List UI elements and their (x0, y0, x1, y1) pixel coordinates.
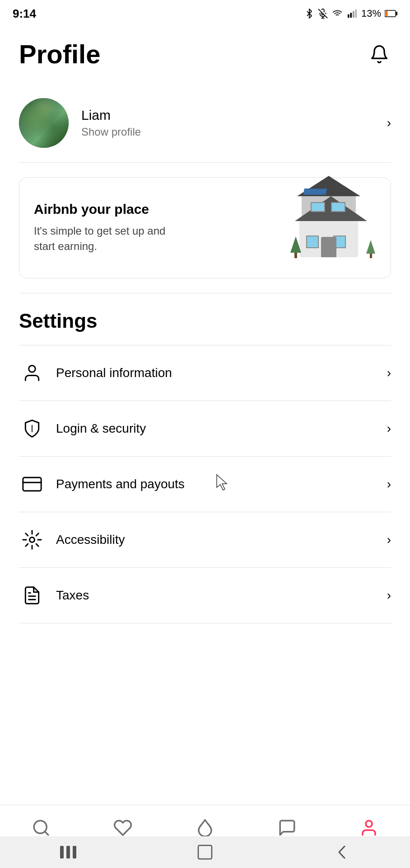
battery-icon (385, 9, 397, 18)
status-icons: 13% (304, 8, 397, 19)
svg-rect-14 (23, 477, 41, 491)
person-icon (19, 360, 45, 386)
banner-title: Airbnb your place (34, 202, 281, 217)
page-title: Profile (19, 39, 101, 69)
window-3 (311, 202, 325, 212)
settings-title: Settings (19, 310, 391, 332)
notification-button[interactable] (368, 42, 391, 66)
svg-rect-23 (66, 846, 70, 859)
android-menu-button[interactable] (57, 841, 79, 863)
settings-item-login[interactable]: Login & security › (19, 401, 391, 457)
svg-rect-22 (60, 846, 64, 859)
svg-rect-9 (396, 12, 397, 15)
payments-label: Payments and payouts (56, 477, 387, 491)
svg-rect-10 (386, 11, 388, 16)
profile-info: Liam Show profile (81, 108, 387, 138)
chat-icon (277, 817, 298, 838)
house-door (321, 237, 336, 257)
settings-section: Settings Personal information › (19, 310, 391, 623)
payments-chevron: › (387, 477, 391, 491)
accessibility-label: Accessibility (56, 533, 387, 547)
mute-icon (318, 9, 328, 19)
status-time: 9:14 (13, 7, 36, 21)
svg-rect-5 (350, 13, 352, 18)
settings-item-accessibility[interactable]: Accessibility › (19, 512, 391, 568)
banner-text: Airbnb your place It's simple to get set… (34, 202, 281, 254)
personal-info-label: Personal information (56, 366, 387, 380)
signal-icon (347, 9, 358, 19)
svg-point-11 (29, 366, 36, 373)
bluetooth-icon (304, 9, 314, 19)
svg-rect-24 (73, 846, 76, 859)
svg-point-21 (366, 821, 372, 827)
status-bar: 9:14 13% (0, 0, 410, 25)
banner-divider (19, 293, 391, 293)
home-circle-icon (197, 844, 213, 860)
tree-right (366, 240, 375, 258)
settings-item-taxes[interactable]: Taxes › (19, 568, 391, 623)
accessibility-icon (19, 527, 45, 553)
taxes-chevron: › (387, 588, 391, 603)
svg-point-16 (30, 538, 35, 542)
profile-divider (19, 162, 391, 163)
airbnb-banner[interactable]: Airbnb your place It's simple to get set… (19, 177, 391, 278)
settings-list: Personal information › Login & security … (19, 345, 391, 623)
show-profile-label: Show profile (81, 126, 387, 138)
profile-nav-icon (359, 817, 379, 838)
menu-lines-icon (60, 846, 76, 859)
banner-subtitle: It's simple to get set up andstart earni… (34, 223, 281, 254)
window-1 (306, 236, 319, 248)
profile-row[interactable]: Liam Show profile › (19, 91, 391, 162)
svg-line-20 (45, 831, 48, 835)
personal-info-chevron: › (387, 366, 391, 380)
svg-rect-4 (348, 14, 349, 18)
svg-rect-25 (198, 845, 212, 859)
user-name: Liam (81, 108, 387, 123)
android-nav (0, 836, 410, 868)
profile-chevron: › (387, 116, 391, 130)
login-security-label: Login & security (56, 421, 387, 436)
avatar (19, 98, 69, 148)
header: Profile (19, 39, 391, 69)
tree-left (290, 236, 301, 258)
main-content: Profile Liam Show profile › Airbnb your … (0, 25, 410, 723)
back-chevron-icon (335, 844, 348, 860)
android-back-button[interactable] (331, 841, 353, 863)
accessibility-chevron: › (387, 533, 391, 547)
search-icon (31, 817, 51, 838)
battery-level: 13% (361, 8, 381, 19)
svg-rect-7 (355, 9, 357, 18)
taxes-label: Taxes (56, 588, 387, 603)
window-4 (331, 202, 345, 212)
payment-icon (19, 471, 45, 497)
solar-panel (303, 189, 327, 195)
shield-icon (19, 415, 45, 442)
airbnb-logo-icon (195, 817, 215, 838)
settings-item-personal[interactable]: Personal information › (19, 345, 391, 401)
document-icon (19, 582, 45, 609)
android-home-button[interactable] (194, 841, 216, 863)
house-illustration (290, 194, 376, 262)
heart-icon (112, 817, 133, 838)
wifi-icon (331, 9, 343, 19)
svg-rect-6 (353, 11, 354, 18)
login-security-chevron: › (387, 421, 391, 436)
settings-item-payments[interactable]: Payments and payouts › (19, 457, 391, 512)
